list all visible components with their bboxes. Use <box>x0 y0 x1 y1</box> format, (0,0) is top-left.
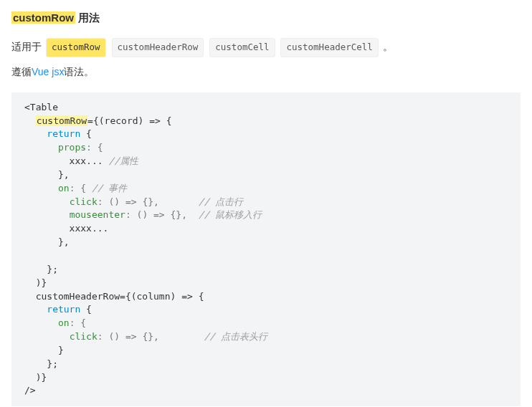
tag-customHeaderCell: customHeaderCell <box>280 38 378 57</box>
tag-customCell: customCell <box>209 38 275 57</box>
para2-pre: 遵循 <box>11 66 32 77</box>
code-highlight-customRow: customRow <box>36 115 87 126</box>
tag-customRow: customRow <box>46 38 106 57</box>
heading-text: 用法 <box>75 11 100 24</box>
para1-pre: 适用于 <box>11 41 44 52</box>
para2-post: 语法。 <box>64 66 94 77</box>
applies-to-paragraph: 适用于 customRow customHeaderRow customCell… <box>11 38 521 57</box>
tag-customHeaderRow: customHeaderRow <box>112 38 204 57</box>
heading-highlight: customRow <box>11 11 75 24</box>
section-heading: customRow 用法 <box>11 11 521 25</box>
vue-jsx-link[interactable]: Vue jsx <box>32 66 64 77</box>
para1-post: 。 <box>383 41 393 52</box>
syntax-paragraph: 遵循Vue jsx语法。 <box>11 63 521 81</box>
code-example: <Table customRow={(record) => { return {… <box>11 92 521 407</box>
